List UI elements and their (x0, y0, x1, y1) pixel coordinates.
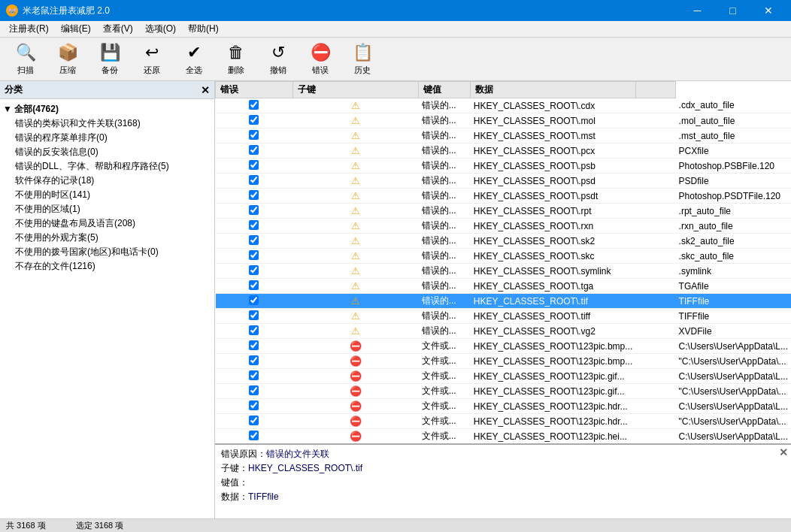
toolbar-restore-button[interactable]: ↩还原 (132, 41, 171, 78)
tree-item-7[interactable]: 不使用的区域(1) (0, 202, 214, 216)
menu-item-3[interactable]: 选项(O) (139, 21, 182, 37)
row-subkey-12: HKEY_CLASSES_ROOT\.tga (471, 279, 636, 294)
row-keyval-6 (636, 189, 676, 204)
err-icon: ⛔ (292, 339, 418, 354)
menu-item-4[interactable]: 帮助(H) (182, 21, 225, 37)
row-subkey-11: HKEY_CLASSES_ROOT\.symlink (471, 264, 636, 279)
minimize-button[interactable]: ─ (680, 0, 714, 21)
warn-icon: ⚠ (292, 294, 418, 309)
table-row[interactable]: ⚠错误的...HKEY_CLASSES_ROOT\.pcxPCXfile (216, 144, 792, 159)
table-row[interactable]: ⚠错误的...HKEY_CLASSES_ROOT\.tiffTIFFfile (216, 309, 792, 324)
row-data-19: "C:\Users\User\AppData\... (676, 384, 791, 399)
table-row[interactable]: ⚠错误的...HKEY_CLASSES_ROOT\.rxn.rxn_auto_f… (216, 219, 792, 234)
tree-item-2[interactable]: 错误的程序菜单排序(0) (0, 131, 214, 145)
row-data-18: C:\Users\User\AppData\L... (676, 369, 791, 384)
table-row[interactable]: ⛔文件或...HKEY_CLASSES_ROOT\123pic.gif..."C… (216, 384, 792, 399)
table-row[interactable]: ⚠错误的...HKEY_CLASSES_ROOT\.mst.mst_auto_f… (216, 128, 792, 144)
row-subkey-9: HKEY_CLASSES_ROOT\.sk2 (471, 234, 636, 249)
toolbar-error-button[interactable]: ⛔错误 (301, 41, 340, 78)
toolbar-compress-button[interactable]: 📦压缩 (48, 41, 87, 78)
menu-item-1[interactable]: 编辑(E) (55, 21, 97, 37)
row-keyval-11 (636, 264, 676, 279)
tree-item-11[interactable]: 不存在的文件(1216) (0, 259, 214, 274)
menu-item-0[interactable]: 注册表(R) (3, 21, 55, 37)
table-row[interactable]: ⚠错误的...HKEY_CLASSES_ROOT\.sk2.sk2_auto_f… (216, 234, 792, 249)
row-checkbox-1[interactable] (249, 115, 259, 125)
row-checkbox-21[interactable] (249, 416, 259, 425)
row-checkbox-11[interactable] (249, 265, 259, 275)
table-row[interactable]: ⚠错误的...HKEY_CLASSES_ROOT\.symlink.symlin… (216, 264, 792, 279)
table-row[interactable]: ⚠错误的...HKEY_CLASSES_ROOT\.rpt.rpt_auto_f… (216, 204, 792, 219)
row-checkbox-14[interactable] (249, 310, 259, 320)
maximize-button[interactable]: □ (716, 0, 750, 21)
table-row[interactable]: ⛔文件或...HKEY_CLASSES_ROOT\123pic.hdr..."C… (216, 414, 792, 429)
tree-area[interactable]: ▼ 全部(4762)错误的类标识和文件关联(3168)错误的程序菜单排序(0)错… (0, 99, 214, 518)
left-panel-close[interactable]: ✕ (201, 84, 210, 96)
table-row[interactable]: ⛔文件或...HKEY_CLASSES_ROOT\123pic.bmp...C:… (216, 339, 792, 354)
row-checkbox-7[interactable] (249, 205, 259, 215)
tree-item-5[interactable]: 软件保存的记录(18) (0, 174, 214, 188)
toolbar: 🔍扫描📦压缩💾备份↩还原✔全选🗑删除↺撤销⛔错误📋历史 (0, 38, 791, 81)
tree-item-4[interactable]: 错误的DLL、字体、帮助和程序路径(5) (0, 159, 214, 174)
table-row[interactable]: ⚠错误的...HKEY_CLASSES_ROOT\.skc.skc_auto_f… (216, 249, 792, 264)
table-row[interactable]: ⚠错误的...HKEY_CLASSES_ROOT\.mol.mol_auto_f… (216, 113, 792, 128)
row-data-6: Photoshop.PSDTFile.120 (676, 189, 791, 204)
table-row[interactable]: ⛔文件或...HKEY_CLASSES_ROOT\123pic.bmp..."C… (216, 354, 792, 369)
row-checkbox-0[interactable] (249, 100, 259, 110)
tree-item-10[interactable]: 不使用的拨号国家(地区)和电话卡(0) (0, 245, 214, 259)
table-container[interactable]: 错误 子键 键值 数据 ⚠错误的...HKEY_CLASSES_ROOT\.cd… (215, 81, 791, 443)
toolbar-delete-button[interactable]: 🗑删除 (217, 41, 256, 78)
row-checkbox-15[interactable] (249, 325, 259, 335)
tree-item-8[interactable]: 不使用的键盘布局及语言(208) (0, 216, 214, 231)
table-row[interactable]: ⚠错误的...HKEY_CLASSES_ROOT\.tgaTGAfile (216, 279, 792, 294)
tree-item-1[interactable]: 错误的类标识和文件关联(3168) (0, 116, 214, 131)
row-label-4: 错误的... (419, 159, 471, 174)
row-checkbox-20[interactable] (249, 401, 259, 410)
row-checkbox-17[interactable] (249, 355, 259, 365)
row-checkbox-9[interactable] (249, 235, 259, 245)
toolbar-scan-button[interactable]: 🔍扫描 (6, 41, 45, 78)
toolbar-history-button[interactable]: 📋历史 (343, 41, 382, 78)
toolbar-scan-label: 扫描 (17, 65, 34, 76)
row-checkbox-19[interactable] (249, 385, 259, 395)
row-keyval-18 (636, 369, 676, 384)
tree-item-0[interactable]: ▼ 全部(4762) (0, 102, 214, 116)
table-row[interactable]: ⚠错误的...HKEY_CLASSES_ROOT\.tifTIFFfile (216, 294, 792, 309)
table-row[interactable]: ⛔文件或...HKEY_CLASSES_ROOT\123pic.hdr...C:… (216, 399, 792, 414)
table-row[interactable]: ⚠错误的...HKEY_CLASSES_ROOT\.psbPhotoshop.P… (216, 159, 792, 174)
tree-item-9[interactable]: 不使用的外观方案(5) (0, 231, 214, 245)
table-row[interactable]: ⚠错误的...HKEY_CLASSES_ROOT\.psdPSDfile (216, 174, 792, 189)
row-label-12: 错误的... (419, 279, 471, 294)
table-row[interactable]: ⛔文件或...HKEY_CLASSES_ROOT\123pic.gif...C:… (216, 369, 792, 384)
window-controls: ─ □ ✕ (680, 0, 785, 21)
table-row[interactable]: ⚠错误的...HKEY_CLASSES_ROOT\.vg2XVDFile (216, 324, 792, 339)
row-checkbox-6[interactable] (249, 190, 259, 200)
tree-item-6[interactable]: 不使用的时区(141) (0, 188, 214, 202)
row-checkbox-3[interactable] (249, 145, 259, 155)
row-checkbox-16[interactable] (249, 340, 259, 350)
detail-close-button[interactable]: ✕ (779, 446, 788, 458)
table-row[interactable]: ⛔文件或...HKEY_CLASSES_ROOT\123pic.hei...C:… (216, 429, 792, 444)
row-checkbox-8[interactable] (249, 220, 259, 230)
toolbar-backup-button[interactable]: 💾备份 (90, 41, 129, 78)
toolbar-selectall-button[interactable]: ✔全选 (174, 41, 214, 78)
row-checkbox-10[interactable] (249, 250, 259, 260)
menu-item-2[interactable]: 查看(V) (97, 21, 139, 37)
warn-icon: ⚠ (292, 234, 418, 249)
row-checkbox-22[interactable] (249, 431, 259, 440)
close-button[interactable]: ✕ (751, 0, 785, 21)
row-checkbox-5[interactable] (249, 175, 259, 185)
row-label-19: 文件或... (419, 384, 471, 399)
row-checkbox-13[interactable] (249, 295, 259, 305)
toolbar-cancel-button[interactable]: ↺撤销 (259, 41, 298, 78)
row-checkbox-12[interactable] (249, 280, 259, 290)
table-row[interactable]: ⚠错误的...HKEY_CLASSES_ROOT\.psdtPhotoshop.… (216, 189, 792, 204)
row-subkey-5: HKEY_CLASSES_ROOT\.psd (471, 174, 636, 189)
row-checkbox-4[interactable] (249, 160, 259, 170)
row-checkbox-2[interactable] (249, 130, 259, 140)
cancel-icon: ↺ (268, 42, 289, 63)
table-row[interactable]: ⚠错误的...HKEY_CLASSES_ROOT\.cdx.cdx_auto_f… (216, 98, 792, 113)
row-data-0: .cdx_auto_file (676, 98, 791, 113)
row-checkbox-18[interactable] (249, 370, 259, 380)
tree-item-3[interactable]: 错误的反安装信息(0) (0, 145, 214, 159)
